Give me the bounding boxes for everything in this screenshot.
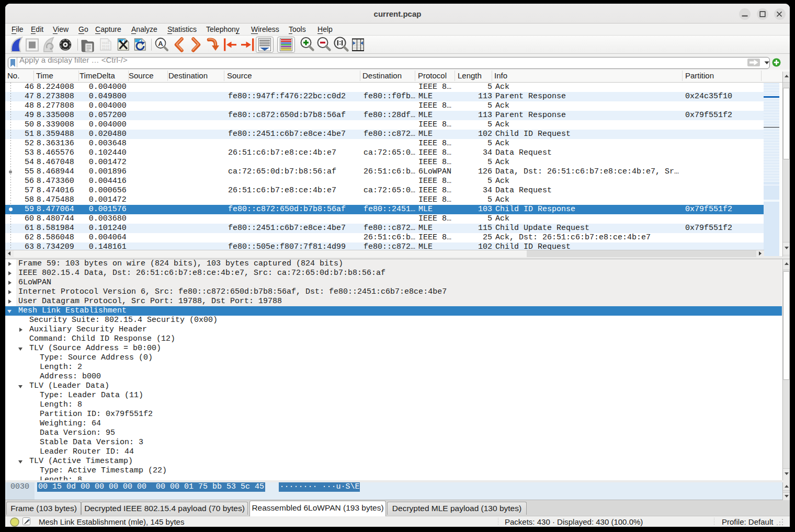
svg-text:A: A xyxy=(158,40,163,48)
svg-text:0113: 0113 xyxy=(102,47,110,51)
